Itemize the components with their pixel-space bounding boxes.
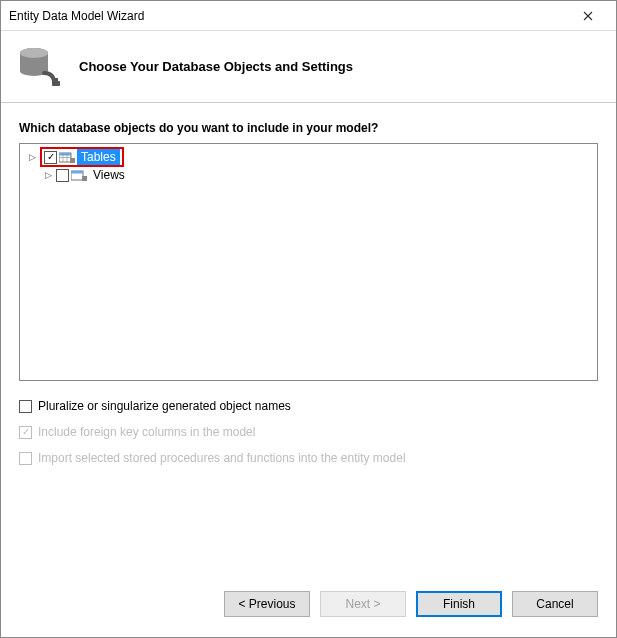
tree-item-label: Views <box>89 167 129 183</box>
tree-item-tables[interactable]: ▷ Tables <box>26 148 591 166</box>
svg-rect-11 <box>71 171 83 174</box>
tree-item-views[interactable]: ▷ Views <box>42 166 591 184</box>
previous-button[interactable]: < Previous <box>224 591 310 617</box>
database-icon <box>16 43 64 91</box>
expander-icon[interactable]: ▷ <box>26 151 38 163</box>
checkbox-pluralize[interactable] <box>19 400 32 413</box>
options-group: Pluralize or singularize generated objec… <box>19 393 598 471</box>
header-title: Choose Your Database Objects and Setting… <box>79 59 353 74</box>
svg-point-1 <box>20 48 48 58</box>
option-label: Pluralize or singularize generated objec… <box>38 399 291 413</box>
checkbox-foreign-keys <box>19 426 32 439</box>
views-icon <box>71 168 87 182</box>
close-button[interactable] <box>568 2 608 30</box>
window-title: Entity Data Model Wizard <box>9 9 568 23</box>
cancel-button[interactable]: Cancel <box>512 591 598 617</box>
next-button: Next > <box>320 591 406 617</box>
close-icon <box>583 11 593 21</box>
button-bar: < Previous Next > Finish Cancel <box>224 591 598 617</box>
prompt-label: Which database objects do you want to in… <box>19 121 598 135</box>
option-pluralize[interactable]: Pluralize or singularize generated objec… <box>19 393 598 419</box>
option-foreign-keys: Include foreign key columns in the model <box>19 419 598 445</box>
finish-button[interactable]: Finish <box>416 591 502 617</box>
svg-rect-12 <box>82 176 87 181</box>
svg-rect-5 <box>59 153 71 156</box>
content: Which database objects do you want to in… <box>1 103 616 471</box>
svg-rect-9 <box>70 158 75 163</box>
expander-icon[interactable]: ▷ <box>42 169 54 181</box>
tree-item-label: Tables <box>77 149 120 165</box>
checkbox-import-sprocs <box>19 452 32 465</box>
tables-icon <box>59 150 75 164</box>
highlight-box: Tables <box>40 147 124 167</box>
header-icon-wrap <box>1 43 79 91</box>
titlebar: Entity Data Model Wizard <box>1 1 616 31</box>
option-label: Include foreign key columns in the model <box>38 425 255 439</box>
option-import-sprocs: Import selected stored procedures and fu… <box>19 445 598 471</box>
checkbox-views[interactable] <box>56 169 69 182</box>
svg-rect-3 <box>54 78 58 82</box>
option-label: Import selected stored procedures and fu… <box>38 451 406 465</box>
wizard-header: Choose Your Database Objects and Setting… <box>1 31 616 103</box>
checkbox-tables[interactable] <box>44 151 57 164</box>
tree-view[interactable]: ▷ Tables ▷ Views <box>19 143 598 381</box>
